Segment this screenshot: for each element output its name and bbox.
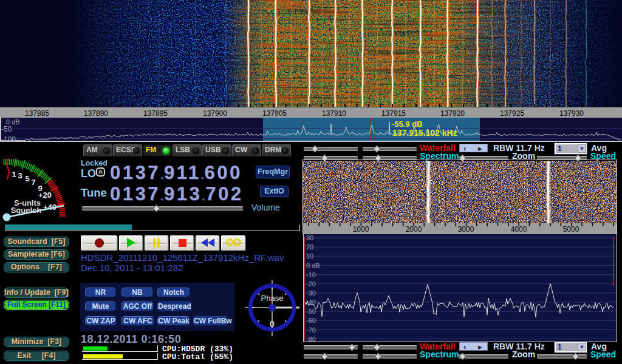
svg-text:5: 5 bbox=[25, 174, 29, 183]
svg-text:3: 3 bbox=[18, 171, 22, 180]
svg-text:-70: -70 bbox=[306, 326, 316, 334]
svg-text:-20: -20 bbox=[306, 280, 316, 288]
svg-text:-80: -80 bbox=[306, 335, 316, 342]
svg-text:-30: -30 bbox=[306, 289, 316, 297]
svg-text:-10: -10 bbox=[306, 271, 316, 278]
svg-text:0 dB: 0 dB bbox=[306, 262, 320, 269]
svg-text:7: 7 bbox=[31, 178, 35, 187]
svg-text:30: 30 bbox=[306, 234, 313, 241]
svg-text:Phase: Phase bbox=[261, 294, 284, 303]
svg-text:0: 0 bbox=[270, 319, 275, 329]
svg-text:-50: -50 bbox=[306, 308, 316, 315]
svg-text:20: 20 bbox=[306, 243, 313, 251]
svg-text:1: 1 bbox=[12, 170, 16, 179]
svg-text:-60: -60 bbox=[306, 317, 316, 324]
svg-text:10: 10 bbox=[306, 252, 313, 260]
